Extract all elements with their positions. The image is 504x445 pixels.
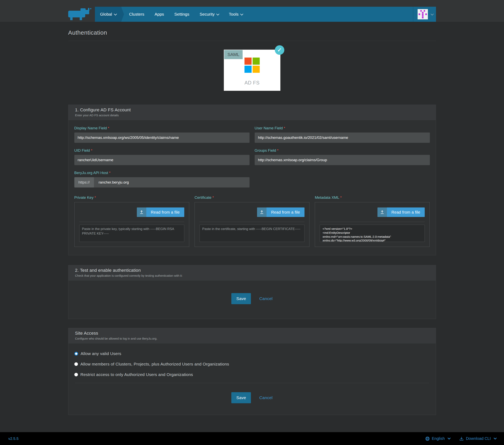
chevron-down-icon [494, 437, 497, 440]
user-menu[interactable] [413, 7, 436, 22]
field-display-name: Display Name Field* [74, 126, 250, 143]
divider [79, 222, 184, 222]
nav-item-security[interactable]: Security [195, 7, 224, 22]
user-name-input[interactable] [255, 132, 430, 143]
chevron-down-icon [216, 12, 219, 16]
cancel-link[interactable]: Cancel [259, 296, 272, 301]
section-subtitle: Enter your AD FS account details [75, 113, 429, 117]
divider [320, 222, 425, 222]
nav-item-clusters[interactable]: Clusters [124, 7, 149, 22]
chevron-down-icon [114, 12, 117, 16]
radio-allow-members[interactable]: Allow members of Clusters, Projects, plu… [74, 362, 430, 367]
radio-button [74, 362, 78, 366]
download-cli-menu[interactable]: Download CLI [459, 436, 496, 441]
page-content: Authentication SAML ✓ AD FS 1. Configure… [0, 22, 504, 432]
field-label: Metadata XML* [315, 195, 430, 200]
upload-icon [137, 207, 146, 217]
save-button[interactable]: Save [231, 293, 251, 304]
section-test-enable: 2. Test and enable authentication Check … [68, 265, 436, 319]
private-key-textarea[interactable] [79, 225, 184, 242]
radio-restrict-access[interactable]: Restrict access to only Authorized Users… [74, 372, 430, 377]
field-label: UID Field* [74, 148, 250, 153]
nav-item-label: Apps [155, 12, 164, 17]
user-avatar [418, 9, 428, 19]
nav-item-label: Tools [229, 12, 238, 17]
section-title: 1. Configure AD FS Account [75, 107, 429, 112]
section-title: 2. Test and enable authentication [75, 268, 429, 273]
required-asterisk: * [212, 195, 214, 200]
upload-group-private-key: Private Key* Read from a file [74, 195, 189, 247]
download-icon [459, 436, 464, 441]
field-label: Display Name Field* [74, 126, 250, 130]
display-name-input[interactable] [74, 132, 250, 143]
divider [199, 222, 305, 222]
section-subtitle: Configure who should be allowed to log i… [75, 337, 429, 340]
required-asterisk: * [91, 148, 92, 152]
section-header: 2. Test and enable authentication Check … [68, 265, 436, 280]
section-header: Site Access Configure who should be allo… [68, 328, 436, 343]
upload-group-metadata-xml: Metadata XML* Read from a file [315, 195, 430, 247]
provider-name: AD FS [224, 80, 280, 86]
field-label: BeryJu.org API Host* [74, 171, 250, 175]
read-from-file-button[interactable]: Read from a file [137, 207, 184, 217]
chevron-down-icon [448, 437, 451, 440]
selected-check-icon: ✓ [275, 45, 284, 55]
api-host-input[interactable] [94, 177, 250, 187]
chevron-down-icon [240, 12, 243, 16]
certificate-textarea[interactable] [199, 225, 305, 242]
groups-input[interactable] [255, 155, 430, 165]
field-label: User Name Field* [255, 126, 430, 130]
section-configure-account: 1. Configure AD FS Account Enter your AD… [68, 105, 436, 255]
radio-button-selected [74, 352, 78, 356]
nav-item-label: Global [100, 12, 112, 17]
language-selector[interactable]: English [425, 436, 450, 441]
required-asterisk: * [340, 195, 342, 200]
read-from-file-button[interactable]: Read from a file [378, 207, 425, 217]
section-header: 1. Configure AD FS Account Enter your AD… [68, 105, 436, 120]
nav-item-tools[interactable]: Tools [224, 7, 248, 22]
upload-icon [378, 207, 387, 217]
chevron-down-icon [431, 12, 434, 16]
upload-icon [257, 207, 267, 217]
uid-input[interactable] [74, 155, 250, 165]
title-divider [68, 41, 436, 41]
field-api-host: BeryJu.org API Host* https:// [74, 171, 250, 187]
required-asterisk: * [284, 126, 285, 130]
cancel-link[interactable]: Cancel [259, 395, 272, 400]
metadata-xml-box: Read from a file <?xml version="1.0"?> <… [315, 202, 430, 247]
microsoft-logo [244, 57, 260, 73]
section-site-access: Site Access Configure who should be allo… [68, 328, 436, 415]
field-user-name: User Name Field* [255, 126, 430, 143]
globe-icon [425, 436, 430, 441]
saml-badge: SAML [224, 50, 243, 59]
version-label: v2.5.5 [8, 437, 18, 441]
required-asterisk: * [94, 195, 96, 200]
field-label: Groups Field* [255, 148, 430, 153]
nav-item-global[interactable]: Global [95, 7, 121, 22]
field-label: Private Key* [74, 195, 189, 200]
nav-item-settings[interactable]: Settings [169, 7, 195, 22]
nav-item-label: Clusters [129, 12, 144, 17]
rancher-logo [68, 8, 92, 20]
main-nav: Global Clusters Apps Settings Security T… [95, 7, 436, 22]
private-key-box: Read from a file [74, 202, 189, 247]
read-from-file-button[interactable]: Read from a file [257, 207, 305, 217]
nav-item-label: Security [200, 12, 215, 17]
radio-button [74, 373, 78, 376]
metadata-xml-textarea[interactable]: <?xml version="1.0"?> <md:EntityDescript… [320, 225, 425, 242]
upload-group-certificate: Certificate* Read from a file [195, 195, 309, 247]
radio-allow-any-valid-users[interactable]: Allow any valid Users [74, 351, 430, 356]
required-asterisk: * [277, 148, 278, 152]
save-button[interactable]: Save [231, 392, 251, 403]
field-groups: Groups Field* [255, 148, 430, 165]
nav-separator [413, 7, 413, 22]
top-header: Global Clusters Apps Settings Security T… [0, 0, 504, 22]
nav-item-apps[interactable]: Apps [149, 7, 169, 22]
field-uid: UID Field* [74, 148, 250, 165]
provider-card-adfs[interactable]: SAML ✓ AD FS [224, 50, 280, 91]
required-asterisk: * [108, 126, 109, 130]
nav-item-label: Settings [174, 12, 189, 17]
certificate-box: Read from a file [195, 202, 309, 247]
divider [75, 383, 429, 383]
section-title: Site Access [75, 331, 429, 336]
